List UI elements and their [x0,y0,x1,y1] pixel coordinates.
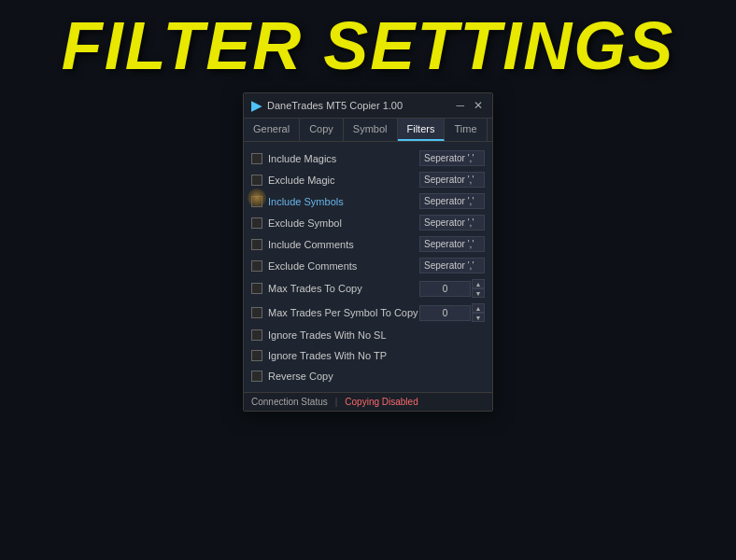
tab-copy[interactable]: Copy [300,119,344,141]
number-group-max-trades-per-symbol: ▲ ▼ [419,303,485,322]
status-bar: Connection Status | Copying Disabled [244,392,492,411]
title-bar: ▶ DaneTrades MT5 Copier 1.00 ─ ✕ [244,93,492,119]
spinner-down-per-symbol[interactable]: ▼ [472,313,485,322]
checkbox-include-magics[interactable] [251,153,262,164]
separator-exclude-comments[interactable] [419,258,485,273]
spinner-max-trades: ▲ ▼ [472,279,485,298]
filter-max-trades: Max Trades To Copy ▲ ▼ [251,276,485,301]
app-window: ▶ DaneTrades MT5 Copier 1.00 ─ ✕ General… [243,92,493,412]
checkbox-include-symbols[interactable] [251,196,262,207]
status-divider: | [335,397,338,407]
nav-tabs: General Copy Symbol Filters Time [244,119,492,142]
input-max-trades-per-symbol[interactable] [419,305,471,321]
filter-exclude-symbol: Exclude Symbol [251,212,485,233]
checkbox-exclude-magic[interactable] [251,175,262,186]
filter-include-symbols: Include Symbols [251,190,485,212]
filters-content: Include Magics Exclude Magic Include Sym… [244,142,492,392]
filter-include-magics: Include Magics [251,147,485,169]
page-title: FILTER SETTINGS [62,9,675,83]
spinner-up-max-trades[interactable]: ▲ [472,279,485,288]
separator-include-symbols[interactable] [419,193,485,209]
minimize-button[interactable]: ─ [454,99,466,112]
label-max-trades-per-symbol: Max Trades Per Symbol To Copy [268,307,419,318]
separator-exclude-symbol[interactable] [419,215,485,231]
filter-exclude-comments: Exclude Comments [251,255,485,276]
tab-general[interactable]: General [244,119,300,141]
checkbox-ignore-no-tp[interactable] [251,350,262,361]
title-bar-left: ▶ DaneTrades MT5 Copier 1.00 [251,98,403,113]
label-exclude-symbol: Exclude Symbol [268,217,419,229]
label-include-symbols: Include Symbols [268,196,419,207]
label-reverse-copy: Reverse Copy [268,371,485,382]
label-max-trades: Max Trades To Copy [268,283,419,294]
spinner-down-max-trades[interactable]: ▼ [472,288,485,298]
checkbox-max-trades-per-symbol[interactable] [251,307,262,318]
label-ignore-no-sl: Ignore Trades With No SL [268,329,485,341]
title-bar-controls: ─ ✕ [454,99,485,112]
checkbox-ignore-no-sl[interactable] [251,329,262,341]
separator-exclude-magic[interactable] [419,172,485,188]
label-include-comments: Include Comments [268,239,419,250]
separator-include-magics[interactable] [419,150,485,166]
label-exclude-comments: Exclude Comments [268,260,419,272]
label-exclude-magic: Exclude Magic [268,175,419,186]
label-ignore-no-tp: Ignore Trades With No TP [268,350,485,361]
app-icon: ▶ [251,98,262,113]
spinner-up-per-symbol[interactable]: ▲ [472,303,485,313]
checkbox-max-trades[interactable] [251,283,262,294]
filter-exclude-magic: Exclude Magic [251,169,485,190]
status-connection: Connection Status [251,397,328,407]
spinner-max-trades-per-symbol: ▲ ▼ [472,303,485,322]
tab-time[interactable]: Time [445,119,487,141]
window-title: DaneTrades MT5 Copier 1.00 [267,100,403,111]
filter-ignore-no-sl: Ignore Trades With No SL [251,325,485,345]
close-button[interactable]: ✕ [472,99,485,112]
checkbox-include-comments[interactable] [251,239,262,250]
number-group-max-trades: ▲ ▼ [419,279,485,298]
label-include-magics: Include Magics [268,153,419,164]
tab-filters[interactable]: Filters [398,119,446,141]
tab-symbol[interactable]: Symbol [344,119,398,141]
checkbox-reverse-copy[interactable] [251,371,262,382]
checkbox-exclude-comments[interactable] [251,260,262,272]
filter-ignore-no-tp: Ignore Trades With No TP [251,345,485,366]
checkbox-exclude-symbol[interactable] [251,217,262,229]
input-max-trades[interactable] [419,281,471,297]
filter-max-trades-per-symbol: Max Trades Per Symbol To Copy ▲ ▼ [251,301,485,325]
status-copying: Copying Disabled [345,397,418,407]
separator-include-comments[interactable] [419,236,485,252]
filter-reverse-copy: Reverse Copy [251,366,485,386]
filter-include-comments: Include Comments [251,233,485,255]
